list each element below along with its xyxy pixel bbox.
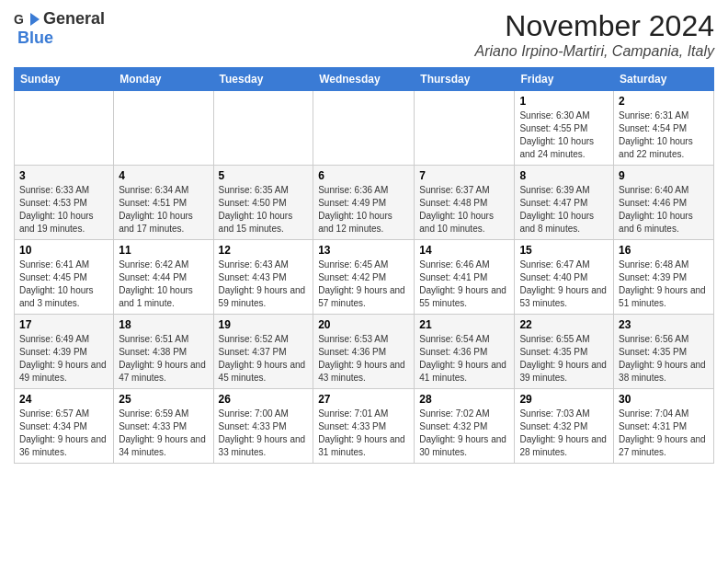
day-number: 11 (119, 244, 208, 257)
calendar-cell (213, 91, 313, 166)
calendar-cell (114, 91, 213, 166)
day-number: 21 (419, 318, 509, 331)
calendar-cell (415, 91, 515, 166)
calendar-cell: 7Sunrise: 6:37 AM Sunset: 4:48 PM Daylig… (415, 166, 515, 240)
day-number: 19 (219, 318, 309, 331)
day-info: Sunrise: 6:47 AM Sunset: 4:40 PM Dayligh… (519, 259, 609, 310)
day-number: 14 (419, 244, 509, 257)
day-info: Sunrise: 7:02 AM Sunset: 4:32 PM Dayligh… (419, 408, 509, 459)
calendar-cell: 28Sunrise: 7:02 AM Sunset: 4:32 PM Dayli… (415, 389, 515, 464)
day-number: 13 (318, 244, 409, 257)
calendar-cell: 29Sunrise: 7:03 AM Sunset: 4:32 PM Dayli… (515, 389, 614, 464)
day-info: Sunrise: 6:30 AM Sunset: 4:55 PM Dayligh… (519, 109, 609, 161)
calendar-cell: 21Sunrise: 6:54 AM Sunset: 4:36 PM Dayli… (415, 315, 515, 389)
day-info: Sunrise: 6:57 AM Sunset: 4:34 PM Dayligh… (19, 408, 108, 459)
logo-general: General (43, 9, 105, 29)
day-info: Sunrise: 6:37 AM Sunset: 4:48 PM Dayligh… (419, 184, 509, 236)
day-info: Sunrise: 6:53 AM Sunset: 4:36 PM Dayligh… (318, 333, 409, 385)
day-info: Sunrise: 6:48 AM Sunset: 4:39 PM Dayligh… (619, 259, 709, 310)
week-row-2: 3Sunrise: 6:33 AM Sunset: 4:53 PM Daylig… (15, 166, 714, 240)
day-info: Sunrise: 6:49 AM Sunset: 4:39 PM Dayligh… (19, 333, 108, 385)
calendar-cell: 4Sunrise: 6:34 AM Sunset: 4:51 PM Daylig… (114, 166, 213, 240)
day-number: 28 (419, 393, 509, 406)
day-info: Sunrise: 6:33 AM Sunset: 4:53 PM Dayligh… (19, 184, 108, 236)
day-info: Sunrise: 7:04 AM Sunset: 4:31 PM Dayligh… (619, 408, 709, 459)
day-number: 6 (318, 169, 409, 182)
header: G General Blue November 2024 Ariano Irpi… (14, 9, 714, 60)
week-row-3: 10Sunrise: 6:41 AM Sunset: 4:45 PM Dayli… (15, 240, 714, 315)
calendar-cell: 1Sunrise: 6:30 AM Sunset: 4:55 PM Daylig… (515, 91, 614, 166)
calendar-cell: 14Sunrise: 6:46 AM Sunset: 4:41 PM Dayli… (415, 240, 515, 315)
logo: G General Blue (14, 9, 105, 48)
calendar-cell: 24Sunrise: 6:57 AM Sunset: 4:34 PM Dayli… (15, 389, 114, 464)
day-info: Sunrise: 6:31 AM Sunset: 4:54 PM Dayligh… (619, 109, 709, 161)
calendar-cell: 11Sunrise: 6:42 AM Sunset: 4:44 PM Dayli… (114, 240, 213, 315)
weekday-header-saturday: Saturday (614, 68, 714, 91)
day-number: 24 (19, 393, 108, 406)
weekday-header-friday: Friday (515, 68, 614, 91)
week-row-4: 17Sunrise: 6:49 AM Sunset: 4:39 PM Dayli… (15, 315, 714, 389)
day-info: Sunrise: 6:43 AM Sunset: 4:43 PM Dayligh… (219, 259, 309, 310)
logo-icon: G (14, 11, 40, 28)
calendar-cell (313, 91, 415, 166)
day-info: Sunrise: 6:51 AM Sunset: 4:38 PM Dayligh… (119, 333, 208, 385)
day-number: 2 (619, 95, 709, 108)
calendar-cell: 12Sunrise: 6:43 AM Sunset: 4:43 PM Dayli… (213, 240, 313, 315)
weekday-header-monday: Monday (114, 68, 213, 91)
week-row-5: 24Sunrise: 6:57 AM Sunset: 4:34 PM Dayli… (15, 389, 714, 464)
day-number: 1 (519, 95, 609, 108)
day-number: 5 (219, 169, 309, 182)
day-number: 9 (619, 169, 709, 182)
day-number: 8 (519, 169, 609, 182)
day-info: Sunrise: 6:36 AM Sunset: 4:49 PM Dayligh… (318, 184, 409, 236)
weekday-header-sunday: Sunday (15, 68, 114, 91)
calendar-cell: 8Sunrise: 6:39 AM Sunset: 4:47 PM Daylig… (515, 166, 614, 240)
day-number: 20 (318, 318, 409, 331)
day-number: 7 (419, 169, 509, 182)
day-info: Sunrise: 6:52 AM Sunset: 4:37 PM Dayligh… (219, 333, 309, 385)
day-info: Sunrise: 6:40 AM Sunset: 4:46 PM Dayligh… (619, 184, 709, 236)
svg-text:G: G (14, 12, 24, 27)
day-info: Sunrise: 6:46 AM Sunset: 4:41 PM Dayligh… (419, 259, 509, 310)
day-number: 4 (119, 169, 208, 182)
day-info: Sunrise: 7:01 AM Sunset: 4:33 PM Dayligh… (318, 408, 409, 459)
day-number: 30 (619, 393, 709, 406)
weekday-header-wednesday: Wednesday (313, 68, 415, 91)
day-number: 26 (219, 393, 309, 406)
calendar-cell: 5Sunrise: 6:35 AM Sunset: 4:50 PM Daylig… (213, 166, 313, 240)
day-info: Sunrise: 6:45 AM Sunset: 4:42 PM Dayligh… (318, 259, 409, 310)
calendar-table: SundayMondayTuesdayWednesdayThursdayFrid… (14, 67, 714, 464)
day-number: 3 (19, 169, 108, 182)
day-info: Sunrise: 6:39 AM Sunset: 4:47 PM Dayligh… (519, 184, 609, 236)
weekday-header-row: SundayMondayTuesdayWednesdayThursdayFrid… (15, 68, 714, 91)
day-info: Sunrise: 6:35 AM Sunset: 4:50 PM Dayligh… (219, 184, 309, 236)
day-number: 16 (619, 244, 709, 257)
calendar-cell: 3Sunrise: 6:33 AM Sunset: 4:53 PM Daylig… (15, 166, 114, 240)
calendar-cell: 25Sunrise: 6:59 AM Sunset: 4:33 PM Dayli… (114, 389, 213, 464)
weekday-header-tuesday: Tuesday (213, 68, 313, 91)
day-info: Sunrise: 6:34 AM Sunset: 4:51 PM Dayligh… (119, 184, 208, 236)
calendar-cell: 27Sunrise: 7:01 AM Sunset: 4:33 PM Dayli… (313, 389, 415, 464)
calendar-cell: 23Sunrise: 6:56 AM Sunset: 4:35 PM Dayli… (614, 315, 714, 389)
title-area: November 2024 Ariano Irpino-Martiri, Cam… (474, 9, 714, 60)
day-number: 15 (519, 244, 609, 257)
day-number: 23 (619, 318, 709, 331)
calendar-cell: 2Sunrise: 6:31 AM Sunset: 4:54 PM Daylig… (614, 91, 714, 166)
svg-marker-1 (30, 13, 40, 26)
calendar-cell: 18Sunrise: 6:51 AM Sunset: 4:38 PM Dayli… (114, 315, 213, 389)
day-info: Sunrise: 6:55 AM Sunset: 4:35 PM Dayligh… (519, 333, 609, 385)
day-number: 22 (519, 318, 609, 331)
calendar-cell: 19Sunrise: 6:52 AM Sunset: 4:37 PM Dayli… (213, 315, 313, 389)
calendar-cell: 30Sunrise: 7:04 AM Sunset: 4:31 PM Dayli… (614, 389, 714, 464)
calendar-cell: 17Sunrise: 6:49 AM Sunset: 4:39 PM Dayli… (15, 315, 114, 389)
day-info: Sunrise: 6:56 AM Sunset: 4:35 PM Dayligh… (619, 333, 709, 385)
day-number: 25 (119, 393, 208, 406)
calendar-cell: 6Sunrise: 6:36 AM Sunset: 4:49 PM Daylig… (313, 166, 415, 240)
calendar-cell (15, 91, 114, 166)
day-info: Sunrise: 6:42 AM Sunset: 4:44 PM Dayligh… (119, 259, 208, 310)
day-info: Sunrise: 7:00 AM Sunset: 4:33 PM Dayligh… (219, 408, 309, 459)
day-info: Sunrise: 7:03 AM Sunset: 4:32 PM Dayligh… (519, 408, 609, 459)
calendar-cell: 9Sunrise: 6:40 AM Sunset: 4:46 PM Daylig… (614, 166, 714, 240)
calendar-cell: 10Sunrise: 6:41 AM Sunset: 4:45 PM Dayli… (15, 240, 114, 315)
calendar-cell: 15Sunrise: 6:47 AM Sunset: 4:40 PM Dayli… (515, 240, 614, 315)
